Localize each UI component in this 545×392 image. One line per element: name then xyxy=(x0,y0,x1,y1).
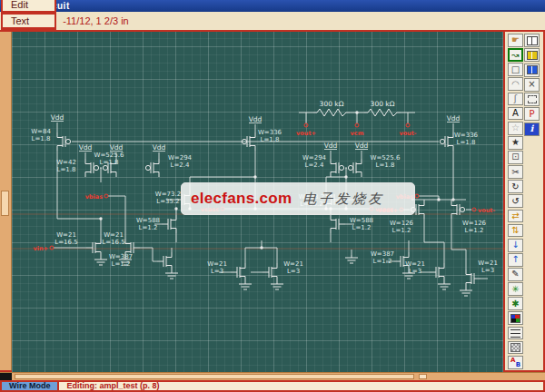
schematic-label: Vdd xyxy=(153,143,166,152)
virtual-copy-icon[interactable]: ☆ xyxy=(508,122,523,135)
zoom-extents-icon[interactable]: × xyxy=(524,78,540,92)
scrollbar-corner xyxy=(0,373,12,380)
schematic-label: W=294 xyxy=(168,154,193,162)
schematic-label: L=35.2 xyxy=(156,198,179,205)
library-directory-icon[interactable] xyxy=(524,64,540,77)
library-icon[interactable] xyxy=(524,34,540,47)
text-icon[interactable]: A xyxy=(508,107,523,121)
schematic-label: L=2.4 xyxy=(305,162,324,169)
drawing-canvas[interactable]: VddVddVddVddVddVddVddVddW=84L=1.8W=42L=1… xyxy=(12,32,505,374)
schematic-label: Vdd xyxy=(51,113,64,122)
horizontal-scrollbar[interactable] xyxy=(0,372,545,380)
tool-palette: ☛↝□◠ʃA☆★⊡✂↻↺⇄⇅↓↑✎✳✱AB ×Pi xyxy=(506,32,543,370)
horizontal-scrollbar-notch xyxy=(419,374,427,379)
schematic-label: W=525.6 xyxy=(94,152,124,159)
toolbar-left-column: ☛↝□◠ʃA☆★⊡✂↻↺⇄⇅↓↑✎✳✱AB xyxy=(508,34,523,370)
schematic-label: L=1.8 xyxy=(57,166,76,173)
horizontal-scrollbar-thumb[interactable] xyxy=(15,374,414,379)
copy-icon[interactable]: ★ xyxy=(508,136,523,150)
schematic-label: W=387 xyxy=(371,250,394,258)
menu-bar: FileEditTextOptionsWindow -11/12, 1 2/3 … xyxy=(0,12,545,30)
pin-label: vbias xyxy=(85,193,104,201)
schematic-label: W=126 xyxy=(462,220,487,227)
schematic-label: L=2.4 xyxy=(171,162,190,169)
pin-label-icon[interactable]: P xyxy=(524,107,540,121)
schematic-label: L=16.5 xyxy=(102,239,124,246)
pin-label: vin+ xyxy=(33,245,48,252)
schematic-label: W=336 xyxy=(454,132,479,139)
schematic-label: L=1.2 xyxy=(465,227,484,234)
pin-label: vcm xyxy=(351,130,364,137)
rotate-ccw-icon[interactable]: ↺ xyxy=(508,194,523,208)
schematic-label: W=294 xyxy=(302,154,327,162)
color-icon[interactable] xyxy=(508,311,523,325)
menu-text[interactable]: Text xyxy=(1,13,56,29)
schematic-label: L=1.2 xyxy=(392,227,411,234)
schematic-label: L=16.5 xyxy=(54,239,77,246)
grid-box-icon[interactable] xyxy=(524,93,540,106)
schematic-label: W=73.2 xyxy=(155,191,181,198)
flip-vertical-icon[interactable]: ⇅ xyxy=(508,224,523,238)
schematic-label: L=1.8 xyxy=(376,162,395,169)
schematic-label: L=1.8 xyxy=(261,136,280,143)
lower-icon[interactable]: ↓ xyxy=(508,239,523,252)
mode-indicator[interactable]: Wire Mode xyxy=(2,382,59,390)
cut-icon[interactable]: ✂ xyxy=(508,165,523,179)
schematic-label: W=525.6 xyxy=(371,154,401,162)
schematic-label: W=21 xyxy=(104,231,124,239)
schematic-label: W=588 xyxy=(136,217,160,224)
schematic-label: W=588 xyxy=(350,217,373,224)
toolbar-right-column: ×Pi xyxy=(524,34,540,370)
box-icon[interactable]: □ xyxy=(508,63,523,76)
fill-style-icon[interactable] xyxy=(508,341,523,355)
schematic-label: L=1.8 xyxy=(457,139,476,146)
pin-label: vout+ xyxy=(296,130,316,137)
watermark-brand: elecfans.com xyxy=(191,190,292,208)
attach-icon[interactable]: ✱ xyxy=(508,297,523,310)
schematic-label: L=3 xyxy=(481,267,494,274)
edit-icon[interactable]: ✎ xyxy=(508,268,523,281)
parameter-icon[interactable]: AB xyxy=(508,356,523,369)
schematic-label: W=84 xyxy=(31,128,51,135)
schematic-label: Vdd xyxy=(324,142,338,150)
vertical-scrollbar-thumb[interactable] xyxy=(1,191,9,216)
schematic-label: W=21 xyxy=(207,260,227,268)
flip-horizontal-icon[interactable]: ⇄ xyxy=(508,210,523,223)
spline-icon[interactable]: ʃ xyxy=(508,93,523,106)
wire-icon[interactable]: ↝ xyxy=(508,48,523,62)
rotate-cw-icon[interactable]: ↻ xyxy=(508,180,523,193)
schematic-label: Vdd xyxy=(110,143,124,152)
schematic-label: W=21 xyxy=(56,231,76,239)
axis-lines xyxy=(12,214,505,249)
schematic-label: Vdd xyxy=(355,142,369,150)
schematic-label: L=1.8 xyxy=(32,135,51,142)
pin-circle xyxy=(472,208,476,211)
pin-circle xyxy=(406,123,410,127)
pan-icon[interactable]: ☛ xyxy=(508,34,523,47)
schematic-label: L=3 xyxy=(211,268,223,275)
select-icon[interactable]: ⊡ xyxy=(508,151,523,164)
schematic-label: L=1.2 xyxy=(352,224,372,231)
menu-edit[interactable]: Edit xyxy=(1,0,56,13)
schematic-label: W=21 xyxy=(478,260,498,267)
schematic-label: 300 kΩ xyxy=(371,100,395,108)
schematic-label: L=1.8 xyxy=(100,159,119,166)
snap-icon[interactable]: ✳ xyxy=(508,282,523,296)
schematic-label: Vdd xyxy=(447,114,461,122)
arc-icon[interactable]: ◠ xyxy=(508,77,523,91)
schematic-label: W=21 xyxy=(283,260,303,268)
editing-status: Editing: ampl_test (p. 8) xyxy=(59,382,166,390)
cursor-coordinates: -11/12, 1 2/3 in xyxy=(63,15,129,26)
pin-label: vout- xyxy=(478,207,495,214)
raise-icon[interactable]: ↑ xyxy=(508,253,523,267)
schematic-label: Vdd xyxy=(249,115,263,123)
info-label-icon[interactable]: i xyxy=(524,122,540,136)
schematic-label: W=21 xyxy=(405,260,425,268)
schematic-label: W=336 xyxy=(258,129,282,136)
page-directory-icon[interactable] xyxy=(524,48,540,62)
border-style-icon[interactable] xyxy=(508,327,523,340)
watermark-cjk-text: 电子发烧友 xyxy=(302,191,384,208)
vertical-scrollbar[interactable] xyxy=(0,32,12,370)
schematic-label: W=42 xyxy=(56,159,76,166)
schematic-label: 300 kΩ xyxy=(320,100,344,108)
